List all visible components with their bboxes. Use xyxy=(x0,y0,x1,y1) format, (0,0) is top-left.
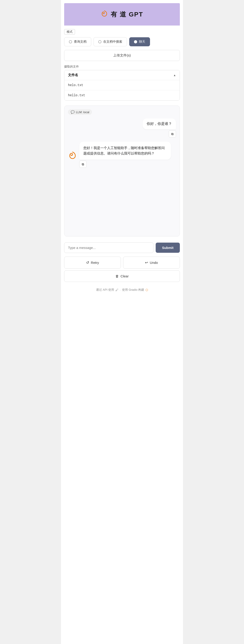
files-column-name: 文件名 xyxy=(68,73,78,77)
undo-icon: ↩ xyxy=(145,260,148,265)
undo-label: Undo xyxy=(150,261,158,264)
user-message-text-0: 你好，你是谁？ xyxy=(147,122,172,126)
ai-avatar xyxy=(68,151,77,160)
file-row-0: helo.txt xyxy=(64,80,180,90)
llm-icon: 💬 xyxy=(71,110,74,114)
footer-separator: · xyxy=(120,288,121,292)
ai-message-text-0: 您好！我是一个人工智能助手，随时准备帮助您解答问题或提供信息。请问有什么我可以帮… xyxy=(83,146,165,155)
message-input[interactable] xyxy=(64,242,154,253)
footer-gradio-text: 使用 Gradio 构建 xyxy=(122,288,144,292)
footer-gradio-icon: ⬡ xyxy=(146,288,148,292)
mode-section: 模式 查询文档 在文档中搜索 聊天 xyxy=(61,26,183,48)
clear-btn-wrapper: 🗑 Clear xyxy=(61,270,183,284)
submit-button[interactable]: Submit xyxy=(156,242,180,253)
radio-search-doc xyxy=(98,40,102,43)
mode-btn-search-doc-label: 在文档中搜索 xyxy=(103,40,122,44)
clear-icon: 🗑 xyxy=(116,274,119,278)
user-bubble-0: 你好，你是谁？ ⧉ xyxy=(142,118,176,130)
files-section-label: 摄取的文件 xyxy=(64,64,180,69)
copy-ai-message-button[interactable]: ⧉ xyxy=(79,160,86,168)
retry-button[interactable]: ↺ Retry xyxy=(64,256,121,268)
app-header: 有 道 GPT xyxy=(64,3,180,26)
llm-badge-text: LLM: local xyxy=(76,110,89,114)
mode-btn-query-doc[interactable]: 查询文档 xyxy=(64,37,91,46)
mode-buttons: 查询文档 在文档中搜索 聊天 xyxy=(64,37,180,46)
llm-badge: 💬 LLM: local xyxy=(68,109,92,115)
file-row-1: hello.txt xyxy=(64,90,180,100)
files-table-header: 文件名 ▲ xyxy=(64,70,180,80)
ai-message-0: 您好！我是一个人工智能助手，随时准备帮助您解答问题或提供信息。请问有什么我可以帮… xyxy=(68,142,176,160)
clear-button[interactable]: 🗑 Clear xyxy=(64,270,180,282)
app-logo-icon xyxy=(101,10,108,19)
clear-label: Clear xyxy=(121,274,129,278)
upload-button[interactable]: 上传文件(s) xyxy=(64,50,180,61)
ai-bubble-0: 您好！我是一个人工智能助手，随时准备帮助您解答问题或提供信息。请问有什么我可以帮… xyxy=(79,142,171,160)
mode-btn-search-doc[interactable]: 在文档中搜索 xyxy=(94,37,127,46)
retry-icon: ↺ xyxy=(86,260,89,265)
undo-button[interactable]: ↩ Undo xyxy=(123,256,180,268)
mode-btn-chat-label: 聊天 xyxy=(139,40,145,44)
input-area: Submit xyxy=(61,240,183,255)
chat-section: 💬 LLM: local 你好，你是谁？ ⧉ 您好！我是一个人工智能助手 xyxy=(64,106,180,236)
footer-api-icon: 🖊 xyxy=(116,288,118,292)
mode-btn-chat[interactable]: 聊天 xyxy=(129,37,150,46)
footer: 通过 API 使用 🖊 · 使用 Gradio 构建 ⬡ xyxy=(61,284,183,295)
action-buttons: ↺ Retry ↩ Undo xyxy=(61,255,183,270)
sort-icon[interactable]: ▲ xyxy=(173,74,176,77)
file-name-1: hello.txt xyxy=(68,94,85,97)
mode-label: 模式 xyxy=(64,29,75,34)
chat-messages: 你好，你是谁？ ⧉ 您好！我是一个人工智能助手，随时准备帮助您解答问题或提供信息… xyxy=(68,118,176,160)
mode-btn-query-doc-label: 查询文档 xyxy=(74,40,86,44)
radio-query-doc xyxy=(69,40,72,43)
user-message-0: 你好，你是谁？ ⧉ xyxy=(68,118,176,130)
file-name-0: helo.txt xyxy=(68,83,83,87)
app-title: 有 道 GPT xyxy=(111,10,143,19)
files-section: 摄取的文件 文件名 ▲ helo.txt hello.txt xyxy=(61,63,183,102)
retry-label: Retry xyxy=(91,261,99,264)
footer-api-text: 通过 API 使用 xyxy=(96,288,114,292)
radio-chat xyxy=(134,40,137,43)
upload-section: 上传文件(s) xyxy=(61,48,183,63)
copy-user-message-button[interactable]: ⧉ xyxy=(169,130,176,138)
files-table: 文件名 ▲ helo.txt hello.txt xyxy=(64,70,180,100)
